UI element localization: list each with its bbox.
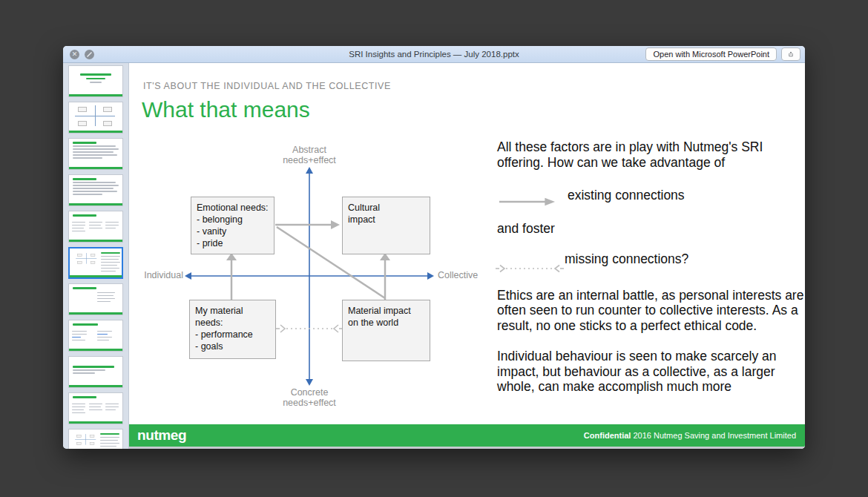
solid-arrow-icon xyxy=(499,197,556,207)
thumbnail-decoration xyxy=(72,404,85,405)
thumbnail-decoration xyxy=(80,73,111,76)
dotted-arrow-icon xyxy=(496,264,564,273)
zoom-icon[interactable] xyxy=(85,50,94,59)
thumbnail-decoration xyxy=(69,290,122,305)
thumbnail-decoration xyxy=(69,357,122,377)
thumbnail-decoration xyxy=(73,157,102,159)
slide-thumbnail-10[interactable] xyxy=(68,392,123,424)
thumbnail-decoration xyxy=(73,185,119,186)
thumbnail-decoration xyxy=(105,404,119,414)
thumbnail-decoration xyxy=(69,393,122,401)
slide-thumbnail-4[interactable] xyxy=(68,174,123,206)
thumbnail-decoration xyxy=(101,265,117,266)
slide-thumbnail-8[interactable] xyxy=(68,320,123,352)
thumbnail-decoration xyxy=(72,432,97,449)
thumbnail-decoration xyxy=(72,231,85,232)
thumbnail-decoration xyxy=(105,409,116,411)
thumbnail-decoration xyxy=(89,225,101,226)
open-with-powerpoint-button[interactable]: Open with Microsoft PowerPoint xyxy=(645,47,777,61)
thumbnail-decoration xyxy=(69,139,122,162)
commentary-para2: Ethics are an internal battle, as person… xyxy=(497,288,804,334)
thumbnail-decoration xyxy=(101,256,120,257)
thumbnail-decoration xyxy=(73,251,98,278)
thumbnail-decoration xyxy=(73,142,96,144)
thumbnail-decoration xyxy=(72,432,99,447)
thumbnail-decoration xyxy=(76,442,81,445)
thumbnail-decoration xyxy=(72,412,85,414)
slide-thumbnail-5[interactable] xyxy=(68,211,123,243)
axis-label-abstract: Abstract needs+effect xyxy=(265,145,354,165)
thumbnail-decoration xyxy=(100,443,119,444)
share-icon xyxy=(789,49,793,59)
thumbnail-decoration xyxy=(101,252,120,254)
thumbnail-decoration xyxy=(73,182,116,183)
thumbnail-decoration xyxy=(69,240,122,242)
thumbnail-decoration xyxy=(97,334,108,335)
thumbnail-decoration xyxy=(70,275,122,277)
legend-missing-row: missing connections? xyxy=(497,251,804,273)
thumbnail-decoration xyxy=(97,337,112,338)
slide-thumbnail-7[interactable] xyxy=(68,283,123,315)
thumbnail-decoration xyxy=(69,220,122,234)
thumbnail-decoration xyxy=(69,349,122,351)
thumbnail-decoration xyxy=(78,121,87,126)
axis-label-individual: Individual xyxy=(134,271,183,281)
slide-thumbnail-6[interactable] xyxy=(68,247,123,279)
thumbnail-decoration xyxy=(69,102,121,129)
thumbnail-decoration xyxy=(90,82,102,83)
thumbnail-decoration xyxy=(101,271,116,272)
commentary: All these factors are in play with Nutme… xyxy=(497,139,804,395)
thumbnail-decoration xyxy=(97,340,109,341)
thumbnail-decoration xyxy=(75,439,96,440)
thumbnail-decoration xyxy=(105,407,119,408)
slide-thumbnail-11[interactable] xyxy=(68,429,123,449)
thumbnail-decoration xyxy=(78,107,87,112)
box-my-material-needs: My material needs: - performance - goals xyxy=(189,300,276,359)
thumbnail-decoration xyxy=(73,154,117,156)
thumbnail-decoration xyxy=(73,366,114,368)
slide-thumbnail-3[interactable] xyxy=(68,138,123,170)
thumbnail-decoration xyxy=(75,116,114,116)
commentary-and-foster: and foster xyxy=(497,221,804,237)
thumbnail-decoration xyxy=(90,435,94,438)
share-button[interactable] xyxy=(781,47,800,61)
confidential-text: Confidential 2016 Nutmeg Saving and Inve… xyxy=(584,431,796,440)
slide-thumbnail-1[interactable] xyxy=(68,65,123,97)
thumbnail-decoration xyxy=(72,292,94,303)
box-cultural-impact: Cultural impact xyxy=(342,197,430,254)
titlebar: ✕ SRI Insights and Principles — July 201… xyxy=(63,46,805,63)
legend-existing-label: existing connections xyxy=(568,188,685,207)
thumbnail-decoration xyxy=(97,301,111,303)
thumbnail-decoration xyxy=(89,222,103,232)
thumbnail-decoration xyxy=(73,396,96,398)
thumbnail-decoration xyxy=(69,66,122,83)
thumbnail-decoration xyxy=(72,337,81,338)
thumbnail-decoration xyxy=(90,442,94,445)
thumbnail-decoration xyxy=(76,258,96,259)
thumbnail-decoration xyxy=(72,331,94,341)
close-icon[interactable]: ✕ xyxy=(70,50,79,59)
thumbnail-decoration xyxy=(72,404,86,414)
thumbnail-decoration xyxy=(69,329,122,343)
thumbnail-decoration xyxy=(69,312,122,315)
thumbnail-decoration xyxy=(69,284,122,290)
thumbnail-decoration xyxy=(77,261,82,264)
thumbnail-decoration xyxy=(72,225,85,226)
thumbnail-decoration xyxy=(73,369,105,371)
thumbnail-decoration xyxy=(73,148,119,150)
slide-thumbnail-9[interactable] xyxy=(68,356,123,388)
slash-glyph xyxy=(86,51,93,58)
thumbnail-decoration xyxy=(101,262,120,263)
window-bottom-edge xyxy=(129,447,805,449)
slide-thumbnail-2[interactable] xyxy=(68,102,123,134)
thumbnail-decoration xyxy=(69,131,122,133)
axis-label-concrete: Concrete needs+effect xyxy=(265,388,354,408)
thumbnail-decoration xyxy=(101,268,119,269)
thumbnail-decoration xyxy=(72,228,84,229)
thumbnail-decoration xyxy=(89,404,103,414)
thumbnail-decoration xyxy=(73,287,96,289)
thumbnail-decoration xyxy=(97,298,115,300)
thumbnail-decoration xyxy=(101,251,120,278)
thumbnail-decoration xyxy=(69,421,122,424)
thumbnail-decoration xyxy=(77,254,82,257)
